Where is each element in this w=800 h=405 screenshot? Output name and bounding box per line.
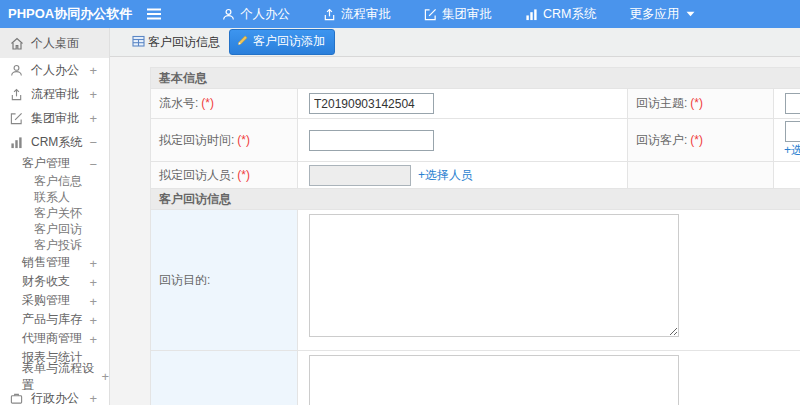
planned-staff-label: 拟定回访人员:(*) xyxy=(151,162,298,189)
sidebar-item-group-approval[interactable]: 集团审批 + xyxy=(0,106,109,130)
menu-item-more-apps[interactable]: 更多应用 xyxy=(629,6,695,23)
menu-item-label: 个人办公 xyxy=(240,6,290,23)
sidebar-item-customer-care[interactable]: 客户关怀 xyxy=(0,205,109,221)
menu-item-label: 更多应用 xyxy=(629,6,679,23)
bar-chart-icon xyxy=(525,8,538,21)
sidebar-item-crm-system[interactable]: CRM系统 − xyxy=(0,130,109,154)
sidebar-item-label: 个人桌面 xyxy=(31,35,79,52)
sidebar-item-customer-info[interactable]: 客户信息 xyxy=(0,173,109,189)
sidebar-item-customer-management[interactable]: 客户管理 − xyxy=(0,154,109,173)
top-navigation-bar: PHPOA协同办公软件 个人办公 流程审批 集团审批 CRM系统 更多应用 xyxy=(0,0,800,28)
user-icon xyxy=(222,8,235,21)
visit-subject-input[interactable] xyxy=(785,93,800,114)
sidebar-item-products-inventory[interactable]: 产品与库存 + xyxy=(0,310,109,329)
menu-item-label: CRM系统 xyxy=(543,6,596,23)
pencil-icon xyxy=(237,34,249,49)
sidebar-item-finance[interactable]: 财务收支 + xyxy=(0,272,109,291)
required-mark: (*) xyxy=(690,96,703,110)
empty-cell xyxy=(774,162,800,189)
collapse-icon[interactable]: − xyxy=(89,135,97,150)
sidebar-item-form-workflow-settings[interactable]: 表单与流程设置 + xyxy=(0,367,109,386)
sidebar-item-customer-complaint[interactable]: 客户投诉 xyxy=(0,237,109,253)
sidebar-item-label: 流程审批 xyxy=(31,86,79,103)
tab-label: 客户回访信息 xyxy=(148,34,220,51)
section-header-basic-info: 基本信息 xyxy=(151,68,800,89)
menu-item-workflow-approval[interactable]: 流程审批 xyxy=(323,6,391,23)
sidebar-item-label: 行政办公 xyxy=(31,390,79,405)
serial-number-cell xyxy=(298,89,628,119)
hamburger-menu-icon[interactable] xyxy=(146,5,164,23)
expand-icon[interactable]: + xyxy=(89,111,97,126)
visit-customer-cell: +选择企业 xyxy=(774,119,800,162)
required-mark: (*) xyxy=(237,133,250,147)
table-icon xyxy=(132,35,145,50)
select-staff-link[interactable]: +选择人员 xyxy=(418,167,473,184)
sidebar-item-label: 产品与库存 xyxy=(22,311,82,328)
expand-icon[interactable]: + xyxy=(101,369,109,384)
sidebar-item-label: 客户关怀 xyxy=(34,205,82,222)
menu-item-personal-office[interactable]: 个人办公 xyxy=(222,6,290,23)
sidebar-item-label: 客户回访 xyxy=(34,221,82,238)
planned-time-cell xyxy=(298,119,628,162)
sidebar-item-personal-office[interactable]: 个人办公 + xyxy=(0,58,109,82)
user-icon xyxy=(10,63,24,77)
sidebar-item-agent-management[interactable]: 代理商管理 + xyxy=(0,329,109,348)
sidebar-item-label: CRM系统 xyxy=(31,134,82,151)
visit-result-textarea[interactable] xyxy=(309,355,679,405)
tab-return-visit-add[interactable]: 客户回访添加 xyxy=(229,29,335,55)
visit-result-cell xyxy=(298,351,800,405)
return-visit-form: 基本信息 流水号:(*) 回访主题:(*) xyxy=(150,67,800,405)
select-company-link[interactable]: +选择企业 xyxy=(784,142,800,159)
expand-icon[interactable]: + xyxy=(89,312,97,327)
visit-customer-label: 回访客户:(*) xyxy=(628,119,774,162)
visit-subject-label: 回访主题:(*) xyxy=(628,89,774,119)
visit-purpose-label: 回访目的: xyxy=(151,210,298,351)
caret-down-icon xyxy=(686,11,695,17)
sidebar-item-label: 客户信息 xyxy=(34,173,82,190)
menu-item-crm-system[interactable]: CRM系统 xyxy=(525,6,596,23)
bar-chart-icon xyxy=(10,135,24,149)
app-title: PHPOA协同办公软件 xyxy=(0,5,138,23)
serial-number-input[interactable] xyxy=(309,93,434,114)
expand-icon[interactable]: + xyxy=(89,391,97,405)
expand-icon[interactable]: + xyxy=(89,331,97,346)
sidebar-item-purchasing[interactable]: 采购管理 + xyxy=(0,291,109,310)
sidebar-item-label: 财务收支 xyxy=(22,273,70,290)
required-mark: (*) xyxy=(690,133,703,147)
empty-label-cell xyxy=(628,162,774,189)
sidebar-item-contacts[interactable]: 联系人 xyxy=(0,189,109,205)
planned-time-input[interactable] xyxy=(309,130,434,151)
home-icon xyxy=(10,36,24,50)
menu-item-label: 集团审批 xyxy=(442,6,492,23)
visit-result-label: 回访结果描述: xyxy=(151,351,298,405)
visit-purpose-textarea[interactable] xyxy=(309,214,679,337)
sidebar-item-administrative-office[interactable]: 行政办公 + xyxy=(0,386,109,405)
sidebar-item-customer-return-visit[interactable]: 客户回访 xyxy=(0,221,109,237)
collapse-icon[interactable]: − xyxy=(89,156,97,171)
menu-item-group-approval[interactable]: 集团审批 xyxy=(424,6,492,23)
sidebar-item-sales-management[interactable]: 销售管理 + xyxy=(0,253,109,272)
expand-icon[interactable]: + xyxy=(89,293,97,308)
tab-return-visit-info[interactable]: 客户回访信息 xyxy=(132,34,220,51)
planned-time-label: 拟定回访时间:(*) xyxy=(151,119,298,162)
serial-number-label: 流水号:(*) xyxy=(151,89,298,119)
flow-icon xyxy=(10,87,24,101)
planned-staff-input[interactable] xyxy=(309,165,411,186)
sidebar-item-label: 个人办公 xyxy=(31,62,79,79)
sidebar-item-workflow-approval[interactable]: 流程审批 + xyxy=(0,82,109,106)
planned-staff-cell: +选择人员 xyxy=(298,162,628,189)
main-content: 客户回访信息 客户回访添加 基本信息 流水号:(*) xyxy=(110,28,800,405)
expand-icon[interactable]: + xyxy=(89,87,97,102)
sidebar-item-personal-desktop[interactable]: 个人桌面 xyxy=(0,28,109,58)
sidebar-item-label: 集团审批 xyxy=(31,110,79,127)
menu-item-label: 流程审批 xyxy=(341,6,391,23)
visit-subject-cell xyxy=(774,89,800,119)
expand-icon[interactable]: + xyxy=(89,63,97,78)
tab-bar: 客户回访信息 客户回访添加 xyxy=(110,28,800,57)
sidebar-item-label: 销售管理 xyxy=(22,254,70,271)
sidebar-item-label: 客户投诉 xyxy=(34,237,82,254)
expand-icon[interactable]: + xyxy=(89,274,97,289)
visit-customer-input[interactable] xyxy=(785,121,800,142)
expand-icon[interactable]: + xyxy=(89,255,97,270)
sidebar-navigation: 个人桌面 个人办公 + 流程审批 + 集团审批 + CRM系统 − xyxy=(0,28,110,405)
